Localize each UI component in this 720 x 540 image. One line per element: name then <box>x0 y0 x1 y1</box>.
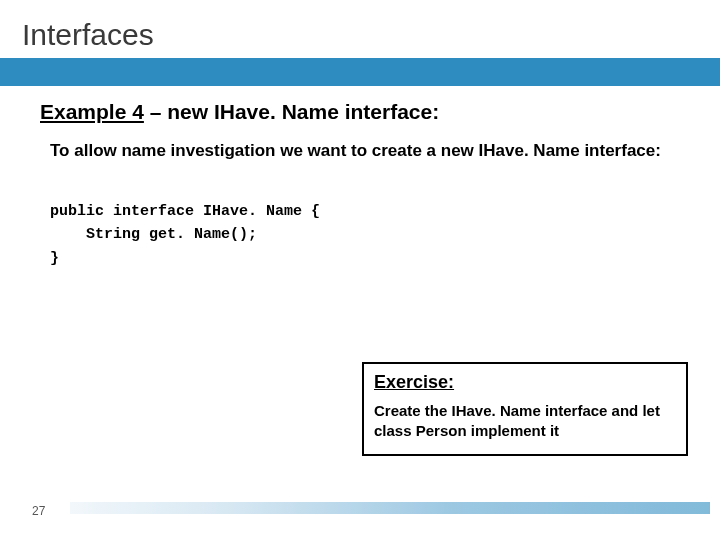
heading-underlined: Example 4 <box>40 100 144 123</box>
example-heading: Example 4 – new IHave. Name interface: <box>40 100 439 124</box>
intro-text: To allow name investigation we want to c… <box>50 140 670 163</box>
code-line-1: public interface IHave. Name { <box>50 203 320 220</box>
code-line-2: String get. Name(); <box>50 226 257 243</box>
slide: Interfaces Example 4 – new IHave. Name i… <box>0 0 720 540</box>
page-number: 27 <box>32 504 45 518</box>
code-block: public interface IHave. Name { String ge… <box>50 200 320 270</box>
slide-title: Interfaces <box>22 18 154 52</box>
exercise-body: Create the IHave. Name interface and let… <box>374 401 676 442</box>
footer-gradient <box>70 502 710 514</box>
exercise-title: Exercise: <box>374 372 676 393</box>
heading-rest: – new IHave. Name interface: <box>144 100 439 123</box>
exercise-box: Exercise: Create the IHave. Name interfa… <box>362 362 688 456</box>
title-band <box>0 58 720 86</box>
code-line-3: } <box>50 250 59 267</box>
